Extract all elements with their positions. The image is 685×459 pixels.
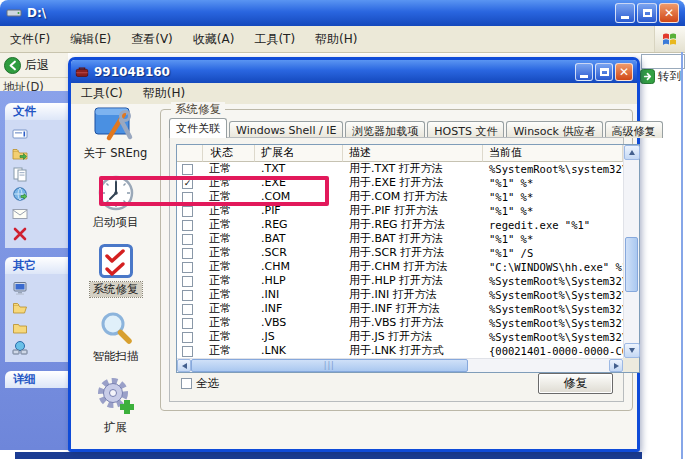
tab-file-association[interactable]: 文件关联 (169, 118, 227, 138)
row-checkbox[interactable] (182, 332, 193, 343)
row-checkbox[interactable] (182, 262, 193, 273)
task-pane-section-header[interactable]: 其它 (5, 257, 70, 274)
copy-icon (12, 166, 28, 182)
row-extension: .VBS (255, 316, 343, 330)
bg-menu-item[interactable]: 帮助(H) (305, 28, 367, 51)
table-row[interactable]: 正常.REG用于.REG 打开方法regedit.exe "%1" (177, 218, 623, 232)
address-go-button[interactable]: 转到 (640, 68, 685, 85)
sidebar-item-label: 启动项目 (90, 215, 142, 230)
address-field-edge[interactable] (641, 54, 685, 69)
row-description: 用于.REG 打开方法 (343, 218, 483, 232)
row-status: 正常 (203, 302, 255, 316)
task-pane-item[interactable] (5, 204, 70, 224)
app-maximize-button[interactable] (595, 63, 613, 81)
tab-hosts-file[interactable]: HOSTS 文件 (427, 121, 504, 138)
row-checkbox[interactable] (182, 164, 193, 175)
row-extension: .PIF (255, 204, 343, 218)
app-minimize-button[interactable] (575, 63, 593, 81)
bg-menu-items: 文件(F)编辑(E)查看(V)收藏(A)工具(T)帮助(H) (0, 28, 367, 51)
vertical-scroll-thumb[interactable] (625, 237, 638, 292)
table-row[interactable]: 正常.LNK用于.LNK 打开方式{00021401-0000-0000-C0 (177, 344, 623, 358)
up-arrow-icon (629, 150, 635, 155)
bg-close-button[interactable]: ✕ (659, 3, 679, 23)
column-header[interactable]: 状态 (203, 145, 255, 162)
task-pane-section-header[interactable]: 详细 (5, 371, 70, 388)
row-checkbox[interactable] (182, 206, 193, 217)
tab-browser-addons[interactable]: 浏览器加载项 (345, 121, 425, 138)
vertical-scrollbar[interactable] (623, 145, 639, 358)
column-header[interactable]: 当前值 (483, 145, 623, 162)
task-pane-item[interactable] (5, 184, 70, 204)
table-row[interactable]: 正常.INF用于.INF 打开方法%SystemRoot%\System32\ (177, 302, 623, 316)
bg-menu-item[interactable]: 收藏(A) (183, 28, 245, 51)
bg-maximize-button[interactable] (637, 3, 657, 23)
horizontal-scrollbar[interactable]: ||| (177, 358, 623, 372)
app-window-titlebar[interactable]: 99104B160 ✕ (71, 60, 637, 83)
task-pane-item[interactable] (5, 164, 70, 184)
table-row[interactable]: 正常.TXT用于.TXT 打开方法%SystemRoot%\system32\ (177, 162, 623, 176)
bg-menu-item[interactable]: 工具(T) (244, 28, 305, 51)
bg-window-titlebar[interactable]: D:\ ✕ (0, 0, 685, 26)
row-checkbox[interactable] (182, 276, 193, 287)
bg-menu-item[interactable]: 编辑(E) (60, 28, 121, 51)
column-header[interactable]: 描述 (343, 145, 483, 162)
row-checkbox[interactable] (182, 304, 193, 315)
bg-menu-item[interactable]: 文件(F) (0, 28, 60, 51)
task-pane-section: 详细 (5, 371, 70, 388)
scroll-down-button[interactable] (624, 343, 640, 358)
table-row[interactable]: 正常.PIF用于.PIF 打开方法"%1" %* (177, 204, 623, 218)
go-label: 转到 (658, 69, 681, 84)
task-pane-section: 其它 (5, 257, 70, 362)
sidebar-item-extension[interactable]: 扩展 (96, 377, 136, 435)
table-row[interactable]: 正常.JS用于.JS 打开方法%SystemRoot%\System32\ (177, 330, 623, 344)
select-all-checkbox[interactable] (181, 378, 192, 389)
row-checkbox[interactable] (182, 220, 193, 231)
app-menu-item[interactable]: 工具(C) (71, 82, 133, 105)
row-extension: .JS (255, 330, 343, 344)
table-row[interactable]: 正常.VBS用于.VBS 打开方法%SystemRoot%\System32\ (177, 316, 623, 330)
app-close-button[interactable]: ✕ (615, 63, 633, 81)
scroll-up-button[interactable] (624, 145, 640, 160)
task-pane-item[interactable] (5, 298, 70, 318)
row-status: 正常 (203, 330, 255, 344)
table-row[interactable]: 正常.SCR用于.SCR 打开方法"%1" /S (177, 246, 623, 260)
task-pane-item[interactable] (5, 224, 70, 244)
task-pane-item[interactable] (5, 124, 70, 144)
row-description: 用于.VBS 打开方法 (343, 316, 483, 330)
task-pane: 文件其它详细 (0, 91, 70, 450)
table-row[interactable]: 正常.INI用于.INI 打开方法%SystemRoot%\System32\ (177, 288, 623, 302)
bg-minimize-button[interactable] (615, 3, 635, 23)
scroll-left-button[interactable] (177, 359, 191, 372)
row-checkbox[interactable] (182, 290, 193, 301)
row-extension: .HLP (255, 274, 343, 288)
row-checkbox[interactable] (182, 234, 193, 245)
table-row[interactable]: 正常.BAT用于.BAT 打开方法"%1" %* (177, 232, 623, 246)
task-pane-item[interactable] (5, 278, 70, 298)
row-checkbox-cell (177, 162, 203, 176)
row-checkbox[interactable] (182, 346, 193, 357)
task-pane-item[interactable] (5, 318, 70, 338)
row-checkbox[interactable] (182, 318, 193, 329)
sidebar-item-about-sreng[interactable]: 关于 SREng (81, 107, 151, 161)
back-button[interactable]: 后退 (0, 53, 68, 77)
table-row[interactable]: 正常.CHM用于.CHM 打开方法"C:\WINDOWS\hh.exe" %1 (177, 260, 623, 274)
bg-window-title: D:\ (27, 6, 615, 20)
task-pane-section-header[interactable]: 文件 (5, 103, 70, 120)
scroll-right-button[interactable] (609, 359, 623, 372)
tab-advanced-repair[interactable]: 高级修复 (605, 121, 663, 138)
row-current-value: "%1" %* (483, 176, 623, 190)
repair-button[interactable]: 修复 (538, 373, 613, 394)
row-status: 正常 (203, 204, 255, 218)
task-pane-item[interactable] (5, 338, 70, 358)
system-repair-groupbox: 系统修复 文件关联Windows Shell / IE浏览器加载项HOSTS 文… (160, 109, 633, 411)
tab-winsock-providers[interactable]: Winsock 供应者 (506, 121, 602, 138)
task-pane-item[interactable] (5, 144, 70, 164)
horizontal-scroll-thumb[interactable]: ||| (191, 359, 468, 372)
bg-menu-item[interactable]: 查看(V) (121, 28, 183, 51)
row-checkbox[interactable] (182, 248, 193, 259)
table-row[interactable]: 正常.HLP用于.HLP 打开方法%SystemRoot%\System32\ (177, 274, 623, 288)
column-header[interactable]: 扩展名 (255, 145, 343, 162)
sidebar-item-smart-scan[interactable]: 智能扫描 (90, 310, 142, 364)
tab-windows-shell-ie[interactable]: Windows Shell / IE (229, 121, 343, 138)
sidebar-item-system-repair[interactable]: 系统修复 (90, 243, 142, 297)
